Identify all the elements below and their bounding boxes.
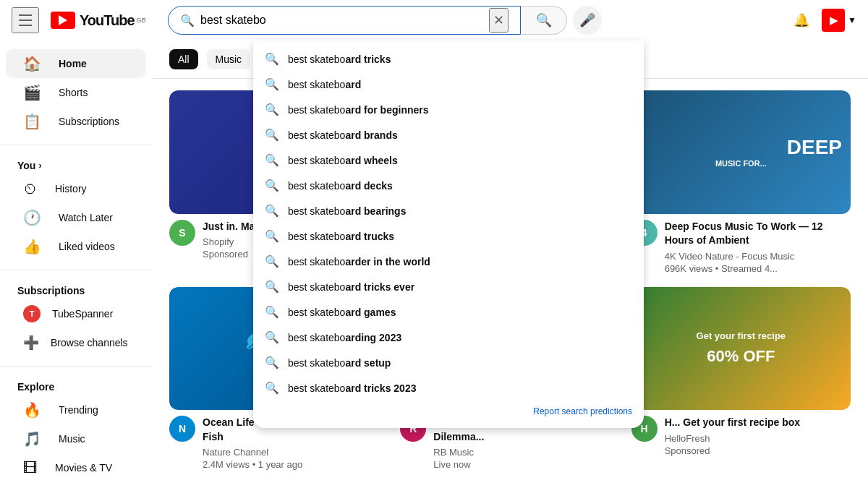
autocomplete-item-14[interactable]: 🔍 best skateboard tricks 2023 [253,375,644,401]
autocomplete-text-2: best skateboard [288,79,632,90]
sidebar-browse-channels[interactable]: ➕ Browse channels [6,328,146,357]
search-icon-4: 🔍 [265,128,279,142]
video-channel-3: 4K Video Nature - Focus Music [665,251,851,262]
sidebar-item-subscriptions[interactable]: 📋 Subscriptions [6,107,146,136]
search-icon-11: 🔍 [265,305,279,319]
clear-search-button[interactable]: ✕ [489,8,509,33]
you-section-title[interactable]: You › [0,154,152,174]
autocomplete-item-4[interactable]: 🔍 best skateboard brands [253,122,644,147]
search-icon-6: 🔍 [265,179,279,192]
sidebar-item-music[interactable]: 🎵 Music [6,424,146,453]
autocomplete-dropdown: 🔍 best skateboard tricks 🔍 best skateboa… [253,40,644,428]
header: YouTubeGB 🔍 ✕ 🔍 🎤 🔔 ▶ ▼ [0,0,868,40]
sidebar-item-trending[interactable]: 🔥 Trending [6,395,146,424]
search-submit-button[interactable]: 🔍 [521,6,567,35]
autocomplete-text-6: best skateboard decks [288,180,632,192]
sidebar-item-trending-label: Trending [59,404,98,416]
search-icon-1: 🔍 [265,52,279,66]
video-channel-6: HelloFresh [665,433,851,444]
filter-chip-music[interactable]: Music [207,49,251,69]
bell-icon: 🔔 [793,12,809,28]
channel-avatar-4: N [169,416,195,442]
sidebar-divider-2 [0,270,152,270]
video-channel-4: Nature Channel [203,447,388,458]
search-icon-2: 🔍 [265,77,279,91]
sidebar-item-history[interactable]: ⏲ History [6,174,146,203]
youtube-logo[interactable]: YouTubeGB [51,12,146,29]
autocomplete-item-5[interactable]: 🔍 best skateboard wheels [253,147,644,173]
liked-videos-icon: 👍 [23,238,41,255]
notifications-button[interactable]: 🔔 [787,6,816,35]
thumbnail-container-6: Get your first recipe 60% OFF [631,287,851,411]
autocomplete-item-10[interactable]: 🔍 best skateboard tricks ever [253,274,644,299]
video-meta-5: Live now [433,459,619,470]
autocomplete-item-7[interactable]: 🔍 best skateboard bearings [253,198,644,223]
autocomplete-item-1[interactable]: 🔍 best skateboard tricks [253,46,644,72]
video-card-3[interactable]: DEEP MUSIC FOR... 4 Deep Focus Music To … [631,90,851,275]
autocomplete-item-13[interactable]: 🔍 best skateboard setup [253,350,644,375]
search-container: 🔍 ✕ 🔍 🎤 [168,6,602,35]
voice-search-button[interactable]: 🎤 [573,6,602,35]
sidebar-item-live[interactable]: 📡 Live [6,482,146,488]
logo-gb: GB [137,17,146,24]
search-icon-14: 🔍 [265,381,279,395]
video-details-6: H... Get your first recipe box HelloFres… [665,416,851,456]
report-search-predictions[interactable]: Report search predictions [253,401,644,422]
thumbnail-3: DEEP MUSIC FOR... [631,90,851,214]
video-meta-6: Sponsored [665,445,851,456]
autocomplete-item-6[interactable]: 🔍 best skateboard decks [253,173,644,198]
account-dropdown-icon[interactable]: ▼ [848,15,856,25]
sidebar-item-home-label: Home [59,58,87,69]
sidebar-item-shorts[interactable]: 🎬 Shorts [6,78,146,107]
autocomplete-text-12: best skateboarding 2023 [288,332,632,343]
sidebar-item-shorts-label: Shorts [59,87,88,98]
tubespanner-avatar: T [23,305,41,322]
header-left: YouTubeGB [12,7,156,33]
search-icon-13: 🔍 [265,356,279,369]
search-icon-3: 🔍 [265,103,279,116]
movies-icon: 🎞 [23,460,38,476]
autocomplete-text-7: best skateboard bearings [288,205,632,217]
sidebar-item-watch-later[interactable]: 🕐 Watch Later [6,203,146,232]
filter-chip-all[interactable]: All [169,49,198,69]
autocomplete-text-5: best skateboard wheels [288,155,632,166]
autocomplete-text-1: best skateboard tricks [288,53,632,65]
autocomplete-text-14: best skateboard tricks 2023 [288,382,632,394]
thumbnail-container-3: DEEP MUSIC FOR... [631,90,851,214]
sidebar-item-music-label: Music [59,433,85,445]
autocomplete-item-12[interactable]: 🔍 best skateboarding 2023 [253,325,644,350]
search-icon-5: 🔍 [265,153,279,167]
chevron-right-icon: › [38,160,41,171]
account-icon: ▶ [830,14,838,26]
autocomplete-item-3[interactable]: 🔍 best skateboard for beginners [253,97,644,122]
sidebar-item-watch-later-label: Watch Later [59,212,113,223]
video-details-3: Deep Focus Music To Work — 12 Hours of A… [665,220,851,274]
sidebar-item-movies[interactable]: 🎞 Movies & TV [6,453,146,482]
search-icon-9: 🔍 [265,254,279,268]
history-icon: ⏲ [23,181,38,197]
autocomplete-text-9: best skateboarder in the world [288,256,632,267]
account-button[interactable]: ▶ [822,9,845,32]
watch-later-icon: 🕐 [23,209,41,226]
browse-channels-icon: ➕ [23,335,39,351]
sidebar-item-home[interactable]: 🏠 Home [6,49,146,78]
autocomplete-item-9[interactable]: 🔍 best skateboarder in the world [253,249,644,274]
search-icon-8: 🔍 [265,229,279,243]
autocomplete-item-2[interactable]: 🔍 best skateboard [253,72,644,97]
search-input[interactable] [200,14,489,27]
video-meta-4: 2.4M views • 1 year ago [203,459,388,470]
video-title-3: Deep Focus Music To Work — 12 Hours of A… [665,220,851,248]
hamburger-menu-button[interactable] [12,7,39,33]
sidebar-item-liked-videos[interactable]: 👍 Liked videos [6,232,146,261]
search-icon-left: 🔍 [180,14,195,27]
search-icon-12: 🔍 [265,330,279,344]
autocomplete-item-8[interactable]: 🔍 best skateboard trucks [253,223,644,249]
video-card-6[interactable]: Get your first recipe 60% OFF H H... Get… [631,287,851,472]
autocomplete-text-4: best skateboard brands [288,129,632,141]
autocomplete-text-11: best skateboard games [288,307,632,318]
autocomplete-text-3: best skateboard for beginners [288,104,632,116]
autocomplete-item-11[interactable]: 🔍 best skateboard games [253,299,644,325]
video-meta-3: 696K views • Streamed 4... [665,263,851,274]
header-right: 🔔 ▶ ▼ [787,6,856,35]
sidebar-subscription-tubespanner[interactable]: T TubeSpanner [6,299,146,328]
